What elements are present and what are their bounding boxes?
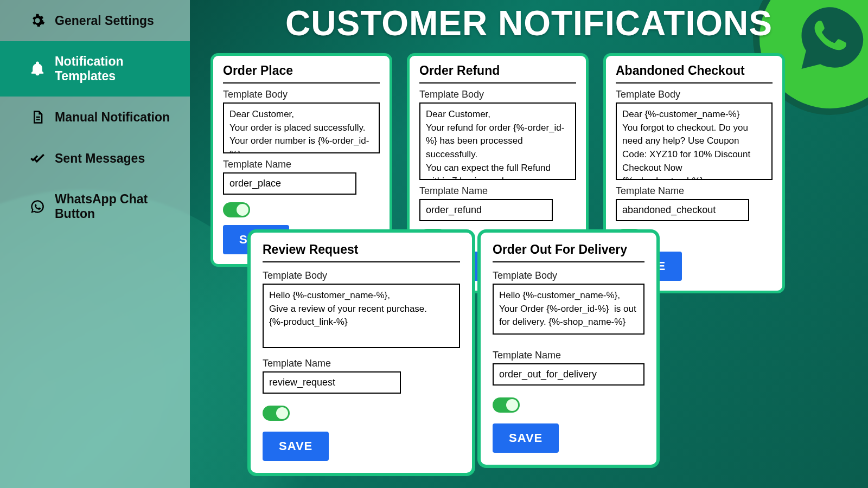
card-review-request: Review Request Template Body Template Na… bbox=[247, 229, 475, 476]
sidebar-item-label: WhatsApp Chat Button bbox=[55, 192, 174, 221]
template-name-label: Template Name bbox=[493, 350, 644, 361]
card-title: Abandoned Checkout bbox=[616, 63, 773, 84]
template-name-input[interactable] bbox=[223, 172, 356, 195]
template-name-label: Template Name bbox=[263, 358, 460, 369]
template-name-input[interactable] bbox=[616, 199, 749, 221]
card-title: Order Place bbox=[223, 63, 380, 84]
bell-icon bbox=[30, 61, 45, 76]
template-name-input[interactable] bbox=[493, 363, 644, 386]
sidebar-item-label: Notification Templates bbox=[55, 54, 174, 84]
template-name-input[interactable] bbox=[419, 199, 553, 221]
sidebar-item-manual-notification[interactable]: Manual Notification bbox=[0, 97, 190, 138]
template-body-label: Template Body bbox=[616, 89, 773, 100]
card-title: Order Out For Delivery bbox=[493, 242, 644, 262]
enable-toggle[interactable] bbox=[223, 202, 250, 217]
gear-icon bbox=[30, 13, 45, 28]
template-body-input[interactable] bbox=[223, 102, 380, 153]
page-title: CUSTOMER NOTIFICATIONS bbox=[190, 3, 868, 43]
sidebar-item-label: Manual Notification bbox=[55, 110, 170, 125]
template-body-label: Template Body bbox=[223, 89, 380, 100]
sidebar-item-whatsapp-chat[interactable]: WhatsApp Chat Button bbox=[0, 179, 190, 234]
save-button[interactable]: SAVE bbox=[263, 432, 329, 461]
template-body-input[interactable] bbox=[263, 284, 460, 348]
template-body-label: Template Body bbox=[263, 270, 460, 281]
enable-toggle[interactable] bbox=[493, 397, 520, 413]
template-body-input[interactable] bbox=[493, 284, 644, 335]
save-button[interactable]: SAVE bbox=[493, 423, 559, 453]
double-check-icon bbox=[30, 151, 45, 166]
document-icon bbox=[30, 110, 45, 125]
sidebar-item-notification-templates[interactable]: Notification Templates bbox=[0, 41, 190, 97]
template-name-label: Template Name bbox=[419, 185, 576, 197]
sidebar-item-general-settings[interactable]: General Settings bbox=[0, 0, 190, 41]
card-title: Order Refund bbox=[419, 63, 576, 84]
sidebar-item-label: General Settings bbox=[55, 14, 154, 28]
template-name-label: Template Name bbox=[223, 159, 380, 170]
sidebar-item-label: Sent Messages bbox=[55, 151, 145, 166]
template-name-input[interactable] bbox=[263, 371, 401, 394]
whatsapp-icon bbox=[30, 199, 45, 214]
enable-toggle[interactable] bbox=[263, 406, 290, 421]
sidebar: General Settings Notification Templates … bbox=[0, 0, 190, 488]
template-name-label: Template Name bbox=[616, 185, 773, 197]
sidebar-item-sent-messages[interactable]: Sent Messages bbox=[0, 138, 190, 179]
main-content: CUSTOMER NOTIFICATIONS Order Place Templ… bbox=[190, 0, 868, 488]
template-body-input[interactable] bbox=[616, 102, 773, 180]
card-order-out-for-delivery: Order Out For Delivery Template Body Tem… bbox=[477, 229, 660, 468]
template-body-label: Template Body bbox=[493, 270, 644, 281]
template-body-label: Template Body bbox=[419, 89, 576, 100]
template-body-input[interactable] bbox=[419, 102, 576, 180]
card-title: Review Request bbox=[263, 242, 460, 262]
